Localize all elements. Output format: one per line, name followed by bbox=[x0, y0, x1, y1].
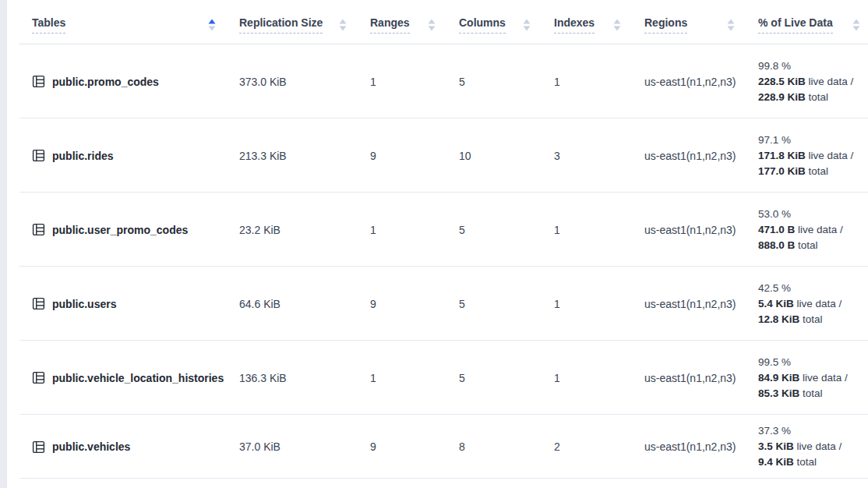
ranges-cell: 9 bbox=[370, 439, 459, 454]
indexes-cell: 3 bbox=[554, 148, 644, 164]
column-header-regions[interactable]: Regions bbox=[644, 0, 758, 44]
total-size-line: 228.9 KiB total bbox=[758, 90, 868, 105]
indexes-cell: 1 bbox=[554, 296, 644, 312]
ranges-cell: 1 bbox=[370, 74, 459, 90]
live-percent: 99.5 % bbox=[758, 355, 868, 370]
table-name-link[interactable]: public.vehicles bbox=[52, 439, 130, 454]
table-row[interactable]: public.rides 213.3 KiB 9 10 3 us-east1(n… bbox=[7, 118, 868, 193]
table-name-link[interactable]: public.promo_codes bbox=[52, 74, 159, 90]
column-header-live-data[interactable]: % of Live Data bbox=[758, 0, 868, 44]
table-name-cell: public.vehicles bbox=[7, 439, 239, 454]
live-data-cell: 42.5 % 5.4 KiB live data / 12.8 KiB tota… bbox=[758, 281, 868, 327]
live-percent: 99.8 % bbox=[758, 58, 868, 74]
table-header-row: Tables Replication Size Ranges bbox=[7, 0, 868, 44]
regions-cell: us-east1(n1,n2,n3) bbox=[644, 439, 758, 454]
indexes-cell: 2 bbox=[554, 439, 644, 454]
ranges-cell: 1 bbox=[370, 222, 459, 238]
live-size-line: 84.9 KiB live data / bbox=[758, 370, 868, 386]
live-size-line: 3.5 KiB live data / bbox=[758, 439, 868, 454]
table-row[interactable]: public.vehicle_location_histories 136.3 … bbox=[7, 341, 868, 415]
columns-cell: 8 bbox=[459, 439, 554, 454]
regions-cell: us-east1(n1,n2,n3) bbox=[644, 148, 758, 164]
column-label-live-data: % of Live Data bbox=[758, 16, 833, 34]
regions-cell: us-east1(n1,n2,n3) bbox=[644, 296, 758, 312]
table-icon bbox=[32, 223, 45, 236]
live-data-cell: 37.3 % 3.5 KiB live data / 9.4 KiB total bbox=[758, 423, 868, 470]
table-name-cell: public.users bbox=[7, 296, 239, 312]
table-icon bbox=[32, 149, 45, 162]
table-name-link[interactable]: public.rides bbox=[52, 148, 114, 164]
regions-cell: us-east1(n1,n2,n3) bbox=[644, 370, 758, 386]
table-name-link[interactable]: public.vehicle_location_histories bbox=[52, 370, 224, 386]
column-header-columns[interactable]: Columns bbox=[459, 0, 554, 44]
ranges-cell: 9 bbox=[370, 148, 459, 164]
live-size-line: 5.4 KiB live data / bbox=[758, 296, 868, 312]
live-data-cell: 97.1 % 171.8 KiB live data / 177.0 KiB t… bbox=[758, 133, 868, 179]
live-size-line: 171.8 KiB live data / bbox=[758, 148, 868, 164]
replication-size-cell: 64.6 KiB bbox=[239, 296, 370, 312]
replication-size-cell: 213.3 KiB bbox=[239, 148, 370, 164]
sort-arrows-icon bbox=[428, 19, 436, 31]
table-body: public.promo_codes 373.0 KiB 1 5 1 us-ea… bbox=[7, 44, 868, 479]
sort-arrows-icon bbox=[727, 19, 735, 31]
columns-cell: 5 bbox=[459, 370, 554, 386]
live-percent: 53.0 % bbox=[758, 207, 868, 222]
total-size-line: 9.4 KiB total bbox=[758, 454, 868, 470]
table-name-link[interactable]: public.users bbox=[52, 296, 116, 312]
column-label-ranges: Ranges bbox=[370, 16, 410, 34]
sort-arrows-icon bbox=[339, 19, 347, 31]
replication-size-cell: 23.2 KiB bbox=[239, 222, 370, 238]
column-label-replication-size: Replication Size bbox=[239, 16, 323, 34]
columns-cell: 10 bbox=[459, 148, 554, 164]
indexes-cell: 1 bbox=[554, 74, 644, 90]
column-header-replication-size[interactable]: Replication Size bbox=[239, 0, 370, 44]
column-header-ranges[interactable]: Ranges bbox=[370, 0, 459, 44]
table-name-cell: public.vehicle_location_histories bbox=[7, 370, 239, 386]
live-data-cell: 99.8 % 228.5 KiB live data / 228.9 KiB t… bbox=[758, 58, 868, 105]
total-size-line: 177.0 KiB total bbox=[758, 164, 868, 179]
table-name-link[interactable]: public.user_promo_codes bbox=[52, 222, 188, 238]
table-name-cell: public.user_promo_codes bbox=[7, 222, 239, 238]
regions-cell: us-east1(n1,n2,n3) bbox=[644, 222, 758, 238]
replication-size-cell: 136.3 KiB bbox=[239, 370, 370, 386]
table-row[interactable]: public.user_promo_codes 23.2 KiB 1 5 1 u… bbox=[7, 193, 868, 267]
sort-arrows-icon bbox=[613, 19, 621, 31]
live-size-line: 228.5 KiB live data / bbox=[758, 74, 868, 90]
ranges-cell: 1 bbox=[370, 370, 459, 386]
column-label-indexes: Indexes bbox=[554, 16, 595, 34]
ranges-cell: 9 bbox=[370, 296, 459, 312]
column-label-regions: Regions bbox=[644, 16, 687, 34]
column-label-columns: Columns bbox=[459, 16, 506, 34]
replication-size-cell: 37.0 KiB bbox=[239, 439, 370, 454]
columns-cell: 5 bbox=[459, 74, 554, 90]
table-row[interactable]: public.vehicles 37.0 KiB 9 8 2 us-east1(… bbox=[7, 415, 868, 479]
regions-cell: us-east1(n1,n2,n3) bbox=[644, 74, 758, 90]
table-name-cell: public.rides bbox=[7, 148, 239, 164]
live-size-line: 471.0 B live data / bbox=[758, 222, 868, 238]
total-size-line: 85.3 KiB total bbox=[758, 386, 868, 401]
live-percent: 97.1 % bbox=[758, 133, 868, 148]
table-icon bbox=[32, 297, 45, 310]
column-header-tables[interactable]: Tables bbox=[7, 0, 239, 44]
table-icon bbox=[32, 75, 45, 88]
live-percent: 37.3 % bbox=[758, 423, 868, 439]
sort-arrows-icon bbox=[523, 19, 531, 31]
total-size-line: 888.0 B total bbox=[758, 238, 868, 253]
indexes-cell: 1 bbox=[554, 370, 644, 386]
sort-arrows-icon bbox=[852, 19, 860, 31]
table-name-cell: public.promo_codes bbox=[7, 74, 239, 90]
replication-size-cell: 373.0 KiB bbox=[239, 74, 370, 90]
table-icon bbox=[32, 371, 45, 384]
total-size-line: 12.8 KiB total bbox=[758, 312, 868, 327]
live-data-cell: 99.5 % 84.9 KiB live data / 85.3 KiB tot… bbox=[758, 355, 868, 401]
column-label-tables: Tables bbox=[32, 16, 65, 34]
column-header-indexes[interactable]: Indexes bbox=[554, 0, 644, 44]
live-percent: 42.5 % bbox=[758, 281, 868, 296]
indexes-cell: 1 bbox=[554, 222, 644, 238]
sort-arrows-icon bbox=[208, 19, 216, 31]
tables-list-card: Tables Replication Size Ranges bbox=[6, 0, 868, 488]
columns-cell: 5 bbox=[459, 296, 554, 312]
columns-cell: 5 bbox=[459, 222, 554, 238]
table-row[interactable]: public.users 64.6 KiB 9 5 1 us-east1(n1,… bbox=[7, 267, 868, 341]
table-row[interactable]: public.promo_codes 373.0 KiB 1 5 1 us-ea… bbox=[7, 44, 868, 118]
